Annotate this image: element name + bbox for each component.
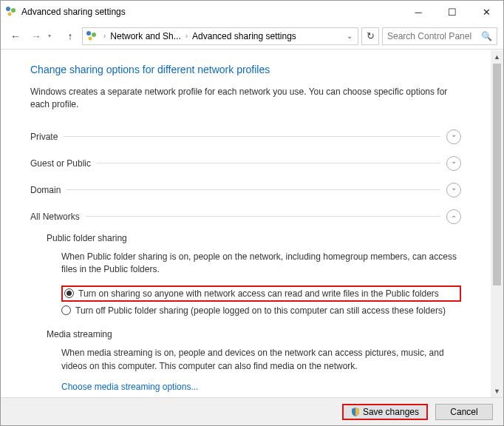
scroll-thumb[interactable] [493,64,501,285]
svg-point-5 [89,36,92,40]
breadcrumb-network[interactable]: Network and Sh... [110,31,180,41]
breadcrumb-current[interactable]: Advanced sharing settings [192,31,296,41]
save-button-label: Save changes [363,407,419,417]
section-guest[interactable]: Guest or Public [30,153,461,174]
chevron-down-icon[interactable] [446,156,461,171]
radio-label: Turn off Public folder sharing (people l… [75,305,446,317]
cancel-button[interactable]: Cancel [435,404,493,420]
section-label: Domain [30,185,61,195]
search-icon: 🔍 [481,31,492,41]
radio-label: Turn on sharing so anyone with network a… [78,288,439,300]
maximize-button[interactable]: ☐ [435,1,469,23]
svg-point-4 [92,33,96,37]
nav-back-button[interactable]: ← [7,27,24,45]
minimize-button[interactable]: ─ [401,1,435,23]
radio-icon [61,305,71,315]
chevron-down-icon[interactable] [446,183,461,197]
subsection-title: Public folder sharing [47,233,461,243]
media-streaming: Media streaming When media streaming is … [30,329,461,392]
section-all-networks[interactable]: All Networks [30,206,461,227]
subsection-description: When media streaming is on, people and d… [47,347,461,373]
search-placeholder: Search Control Panel [387,31,481,41]
titlebar: Advanced sharing settings ─ ☐ ✕ [1,1,503,23]
scrollbar[interactable]: ▲ ▼ [491,50,503,397]
shield-icon [351,408,360,416]
page-intro: Windows creates a separate network profi… [30,86,461,112]
nav-forward-button: → [27,27,45,45]
section-private[interactable]: Private [30,126,461,147]
close-button[interactable]: ✕ [469,1,503,23]
chevron-up-icon[interactable] [446,209,461,224]
svg-point-0 [6,7,10,11]
nav-up-button[interactable]: ↑ [61,27,79,45]
search-input[interactable]: Search Control Panel 🔍 [382,27,497,45]
scroll-down-icon[interactable]: ▼ [491,385,503,397]
nav-history-dropdown[interactable]: ▾ [48,33,58,39]
radio-turn-off-sharing[interactable]: Turn off Public folder sharing (people l… [61,303,461,319]
address-bar[interactable]: › Network and Sh... › Advanced sharing s… [82,27,358,45]
breadcrumb-separator-icon[interactable]: › [101,32,109,40]
svg-point-2 [8,13,12,16]
section-domain[interactable]: Domain [30,180,461,200]
navbar: ← → ▾ ↑ › Network and Sh... › Advanced s… [1,23,503,50]
chevron-down-icon[interactable] [446,129,461,144]
public-folder-sharing: Public folder sharing When Public folder… [30,233,461,319]
content-area: Change sharing options for different net… [1,50,491,397]
svg-point-1 [11,8,16,13]
subsection-description: When Public folder sharing is on, people… [47,251,461,277]
section-label: Guest or Public [30,158,91,169]
radio-icon [64,288,74,298]
window-title: Advanced sharing settings [21,7,126,17]
divider [86,216,440,217]
save-changes-button[interactable]: Save changes [342,404,428,420]
media-streaming-link[interactable]: Choose media streaming options... [47,382,461,392]
scroll-up-icon[interactable]: ▲ [491,50,503,63]
footer: Save changes Cancel [1,397,503,425]
divider [64,136,440,137]
control-panel-icon [86,30,98,42]
svg-point-3 [86,31,91,36]
breadcrumb-separator-icon[interactable]: › [183,32,191,40]
cancel-button-label: Cancel [450,407,477,417]
page-heading: Change sharing options for different net… [30,64,461,75]
radio-turn-on-sharing[interactable]: Turn on sharing so anyone with network a… [61,285,461,302]
section-label: All Networks [30,212,80,222]
divider [97,163,440,163]
refresh-button[interactable]: ↻ [361,27,379,45]
control-panel-icon [5,6,17,18]
section-label: Private [30,132,58,142]
divider [67,189,440,190]
subsection-title: Media streaming [47,329,461,339]
address-dropdown-icon[interactable]: ⌄ [343,32,356,40]
